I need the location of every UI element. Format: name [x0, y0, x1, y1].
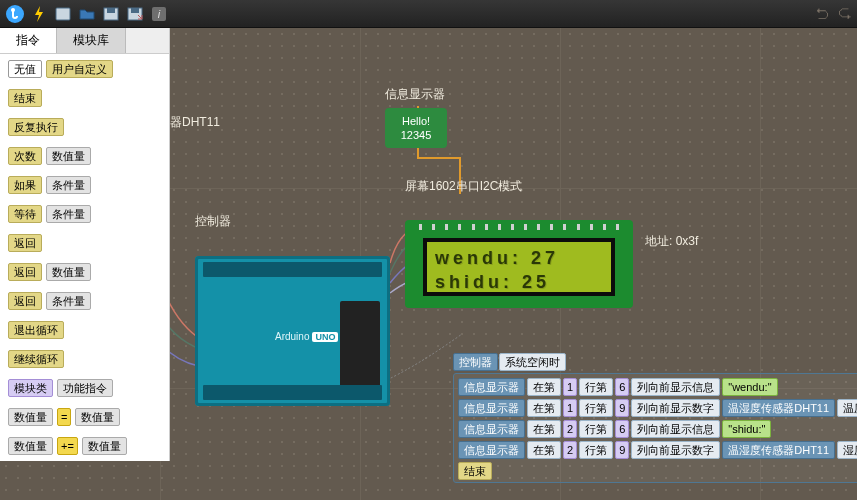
info-icon[interactable]: i	[150, 5, 168, 23]
sidebar-tabs: 指令 模块库	[0, 28, 169, 54]
svg-point-0	[11, 8, 15, 12]
new-file-icon[interactable]	[54, 5, 72, 23]
cmd-if[interactable]: 如果	[8, 176, 42, 194]
arduino-chip-icon	[340, 301, 380, 391]
code-line-1: 信息显示器 在第 1 行第 6 列向前显示信息 "wendu:"	[458, 378, 857, 396]
cmd-modclass[interactable]: 模块类	[8, 379, 53, 397]
cmd-end[interactable]: 结束	[8, 89, 42, 107]
save-icon[interactable]	[102, 5, 120, 23]
info-line2: 12345	[392, 128, 440, 142]
svg-rect-5	[131, 8, 139, 13]
info-display-label: 信息显示器	[385, 86, 445, 103]
cmd-continue[interactable]: 继续循环	[8, 350, 64, 368]
lcd-pins-icon	[419, 224, 619, 230]
code-block[interactable]: 控制器 系统空闲时 信息显示器 在第 1 行第 6 列向前显示信息 "wendu…	[453, 353, 857, 483]
code-line-4: 信息显示器 在第 2 行第 9 列向前显示数字 温湿度传感器DHT11 湿度	[458, 441, 857, 459]
lcd-node[interactable]: wendu: 27 shidu: 25	[405, 220, 633, 308]
redo-icon[interactable]: ⮎	[837, 6, 851, 22]
code-line-3: 信息显示器 在第 2 行第 6 列向前显示信息 "shidu:"	[458, 420, 857, 438]
tab-modules[interactable]: 模块库	[57, 28, 126, 53]
cmd-count-num[interactable]: 数值量	[46, 147, 91, 165]
bolt-icon[interactable]	[30, 5, 48, 23]
sidebar: 指令 模块库 无值用户自定义 结束 反复执行 次数数值量 如果条件量 等待条件量…	[0, 28, 170, 461]
cmd-if-cond[interactable]: 条件量	[46, 176, 91, 194]
top-toolbar: i ⮌ ⮎	[0, 0, 857, 28]
lcd-screen: wendu: 27 shidu: 25	[423, 238, 615, 296]
cmd-funccmd[interactable]: 功能指令	[57, 379, 113, 397]
info-line1: Hello!	[392, 114, 440, 128]
code-line-2: 信息显示器 在第 1 行第 9 列向前显示数字 温湿度传感器DHT11 温度	[458, 399, 857, 417]
arduino-node[interactable]: ArduinoUNO	[195, 256, 390, 406]
cmd-count[interactable]: 次数	[8, 147, 42, 165]
svg-rect-3	[107, 8, 115, 13]
lcd-address: 地址: 0x3f	[645, 233, 698, 250]
save-as-icon[interactable]	[126, 5, 144, 23]
lcd-label: 屏幕1602串口I2C模式	[405, 178, 522, 195]
open-folder-icon[interactable]	[78, 5, 96, 23]
cmd-wait[interactable]: 等待	[8, 205, 42, 223]
controller-label: 控制器	[195, 213, 231, 230]
info-display-node[interactable]: Hello! 12345	[385, 108, 447, 148]
code-controller-chip[interactable]: 控制器	[453, 353, 498, 371]
cmd-wait-cond[interactable]: 条件量	[46, 205, 91, 223]
cmd-assign-eq[interactable]: =	[57, 408, 71, 426]
undo-icon[interactable]: ⮌	[815, 6, 829, 22]
code-line-end: 结束	[458, 462, 857, 480]
lcd-line1: wendu: 27	[435, 246, 603, 270]
cmd-return[interactable]: 返回	[8, 234, 42, 252]
cmd-userdef[interactable]: 用户自定义	[46, 60, 113, 78]
cmd-return-cond[interactable]: 返回	[8, 292, 42, 310]
cmd-break[interactable]: 退出循环	[8, 321, 64, 339]
svg-rect-1	[56, 8, 70, 20]
lcd-line2: shidu: 25	[435, 270, 603, 294]
tab-instructions[interactable]: 指令	[0, 28, 57, 53]
arduino-board-label: ArduinoUNO	[275, 331, 338, 342]
app-logo-icon[interactable]	[6, 5, 24, 23]
cmd-loop[interactable]: 反复执行	[8, 118, 64, 136]
code-idle-chip[interactable]: 系统空闲时	[499, 353, 566, 371]
cmd-return-num[interactable]: 返回	[8, 263, 42, 281]
cmd-noval[interactable]: 无值	[8, 60, 42, 78]
command-list: 无值用户自定义 结束 反复执行 次数数值量 如果条件量 等待条件量 返回 返回数…	[0, 54, 169, 461]
cmd-inc-eq[interactable]: +=	[57, 437, 78, 455]
